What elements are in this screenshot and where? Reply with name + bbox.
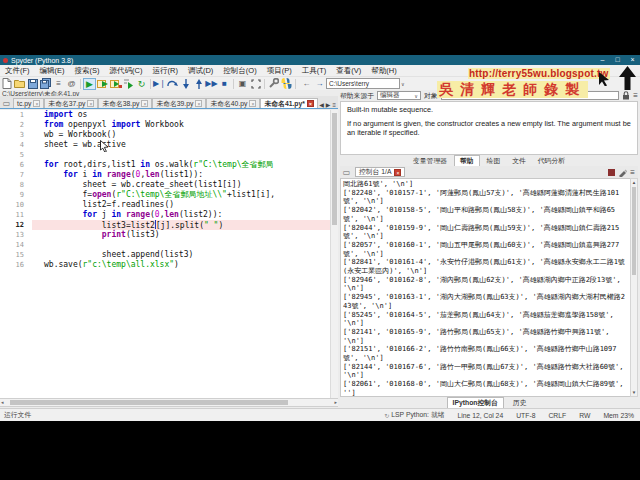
editor-vertical-scrollbar[interactable]: [330, 110, 338, 398]
menu-item[interactable]: 调试(D): [183, 66, 218, 76]
step-out-button[interactable]: [192, 78, 205, 90]
panel-tab-文件[interactable]: 文件: [507, 156, 531, 166]
bottom-tab-IPython控制台[interactable]: IPython控制台: [447, 397, 504, 409]
stop-debug-button[interactable]: ■: [218, 78, 231, 90]
forward-button[interactable]: →: [313, 78, 326, 90]
save-all-button[interactable]: [39, 78, 52, 90]
close-icon[interactable]: ×: [87, 100, 94, 107]
code-line[interactable]: 14: [0, 240, 330, 250]
menu-item[interactable]: 运行(R): [148, 66, 183, 76]
code-line[interactable]: 5: [0, 150, 330, 160]
bottom-tab-历史[interactable]: 历史: [508, 398, 532, 408]
maximize-button[interactable]: □: [610, 55, 625, 65]
panel-tab-变量管理器[interactable]: 变量管理器: [408, 156, 452, 166]
close-icon[interactable]: ×: [141, 100, 148, 107]
browse-tabs-icon[interactable]: ▭: [340, 167, 353, 177]
code-line[interactable]: 6for root,dirs,list1 in os.walk(r"C:\tem…: [0, 160, 330, 170]
editor-tab[interactable]: 未命名41.py*×: [260, 98, 317, 108]
help-options-menu-icon[interactable]: ≡: [633, 91, 638, 100]
menu-item[interactable]: 帮助(H): [366, 66, 401, 76]
editor-tab[interactable]: 未命名39.py×: [152, 98, 206, 108]
panel-tab-帮助[interactable]: 帮助: [454, 155, 480, 167]
code-line[interactable]: 7 for i in range(0,len(list1)):: [0, 170, 330, 180]
continue-button[interactable]: ▶▶: [205, 78, 218, 90]
browse-tabs-icon[interactable]: ▭: [0, 98, 13, 108]
close-icon[interactable]: ×: [33, 100, 40, 107]
tab-menu-icon[interactable]: ≡: [332, 102, 336, 108]
code-line[interactable]: 4sheet = wb.active: [0, 140, 330, 150]
working-directory-combobox[interactable]: C:\Users\terry: [326, 78, 400, 89]
code-editor[interactable]: 1import os2from openpyxl import Workbook…: [0, 110, 330, 398]
panel-tab-代码分析[interactable]: 代码分析: [533, 156, 570, 166]
rerun-cell-button[interactable]: ↻: [135, 78, 148, 90]
code-line[interactable]: 15 sheet.append(list3): [0, 250, 330, 260]
menu-item[interactable]: 项目(P): [262, 66, 297, 76]
run-cell-button[interactable]: [96, 78, 109, 90]
menu-item[interactable]: 源代码(C): [105, 66, 148, 76]
editor-tab[interactable]: 未命名38.py×: [98, 98, 152, 108]
console-options-menu-icon[interactable]: ≡: [630, 168, 635, 177]
console-tab[interactable]: 控制台 1/A ×: [355, 167, 405, 177]
code-line[interactable]: 11 for j in range(0,len(list2)):: [0, 210, 330, 220]
code-text: for i in range(0,len(list1)):: [32, 170, 203, 180]
maximize-pane-button[interactable]: ▣: [236, 78, 249, 90]
close-icon[interactable]: ×: [195, 100, 202, 107]
tab-scroll-right-icon[interactable]: ▶: [326, 101, 331, 108]
debug-file-button[interactable]: ▶❘: [153, 78, 166, 90]
close-icon[interactable]: ×: [394, 169, 401, 176]
editor-tab[interactable]: 未命名37.py×: [44, 98, 98, 108]
console-vertical-scrollbar[interactable]: ▲ ▼: [630, 178, 638, 397]
code-line[interactable]: 2from openpyxl import Workbook: [0, 120, 330, 130]
code-line[interactable]: 8 sheet = wb.create_sheet(list1[i]): [0, 180, 330, 190]
menu-item[interactable]: 搜索(S): [70, 66, 105, 76]
code-line[interactable]: 3wb = Workbook(): [0, 130, 330, 140]
hscroll-left-icon[interactable]: ◂: [1, 399, 4, 406]
fullscreen-button[interactable]: [249, 78, 262, 90]
save-button[interactable]: [26, 78, 39, 90]
scrollbar-thumb[interactable]: [332, 113, 337, 225]
outline-icon[interactable]: ≡: [52, 78, 65, 90]
close-icon[interactable]: ×: [249, 100, 256, 107]
help-source-combobox[interactable]: 编辑器 ∨: [377, 91, 421, 100]
close-button[interactable]: ×: [625, 55, 640, 65]
editor-tab[interactable]: 未命名40.py×: [206, 98, 260, 108]
scrollbar-thumb[interactable]: [632, 187, 636, 275]
open-file-button[interactable]: [13, 78, 26, 90]
hscroll-right-icon[interactable]: ▸: [334, 399, 337, 406]
menu-item[interactable]: 工具(T): [297, 66, 332, 76]
scroll-down-icon[interactable]: ▼: [631, 390, 637, 395]
preferences-wrench-icon[interactable]: [267, 78, 280, 90]
menu-item[interactable]: 查看(V): [331, 66, 366, 76]
python-path-icon[interactable]: [280, 78, 293, 90]
find-symbols-icon[interactable]: @: [65, 78, 78, 90]
chevron-down-icon[interactable]: ∨: [401, 81, 405, 87]
close-icon[interactable]: ×: [307, 100, 314, 107]
lock-icon[interactable]: [622, 91, 630, 100]
code-line[interactable]: 16wb.save(r"c:\temp\all.xlsx"): [0, 260, 330, 270]
run-cell-advance-button[interactable]: [109, 78, 122, 90]
new-console-icon[interactable]: [618, 168, 627, 177]
scrollbar-thumb[interactable]: [10, 400, 288, 405]
minimize-button[interactable]: –: [595, 55, 610, 65]
back-button[interactable]: ←: [300, 78, 313, 90]
code-line[interactable]: 13 print(list3): [0, 230, 330, 240]
menu-item[interactable]: 文件(F): [0, 66, 35, 76]
new-file-button[interactable]: [0, 78, 13, 90]
code-line[interactable]: 9 f=open(r"C:\temp\全省郵局地址\\"+list1[i],: [0, 190, 330, 200]
editor-horizontal-scrollbar[interactable]: ◂ ▸: [0, 398, 338, 407]
code-line[interactable]: 1import os: [0, 110, 330, 120]
ipython-console-output[interactable]: 岡北路61號', '\n']['82248', '010157-1', '阿蓮郵…: [340, 178, 630, 397]
interrupt-kernel-icon[interactable]: [608, 169, 615, 176]
code-line[interactable]: 12 list3=list2[j].split(" "): [0, 220, 330, 230]
tab-scroll-left-icon[interactable]: ◀: [319, 101, 324, 108]
run-file-button[interactable]: ▶: [83, 78, 96, 90]
editor-tab[interactable]: tc.py×: [13, 98, 44, 108]
step-into-button[interactable]: [179, 78, 192, 90]
run-selection-button[interactable]: [122, 78, 135, 90]
menu-item[interactable]: 编辑(E): [35, 66, 70, 76]
panel-tab-绘图[interactable]: 绘图: [482, 156, 506, 166]
code-line[interactable]: 10 list2=f.readlines(): [0, 200, 330, 210]
menu-item[interactable]: 控制台(O): [218, 66, 261, 76]
step-over-button[interactable]: [166, 78, 179, 90]
scroll-up-icon[interactable]: ▲: [631, 180, 637, 185]
